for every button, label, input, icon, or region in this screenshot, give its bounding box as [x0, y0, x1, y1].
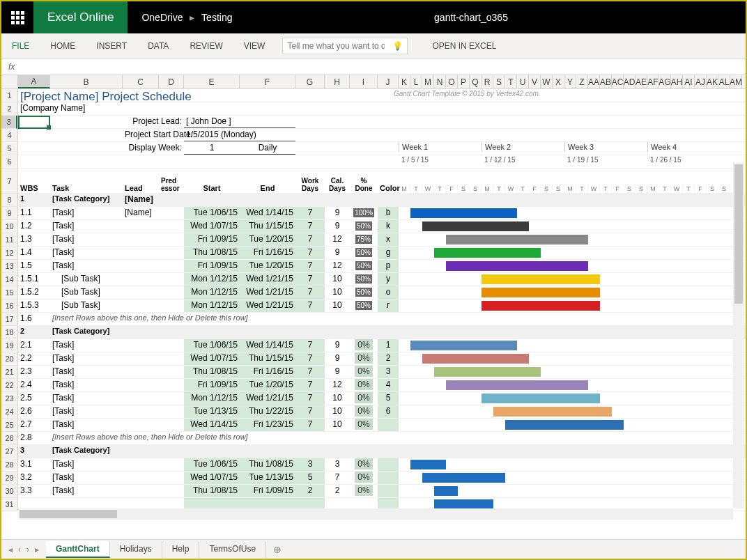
col-header-AM[interactable]: AM: [730, 75, 742, 88]
table-row[interactable]: 1.4[Task]Thu 1/08/15Fri 1/16/157950%g: [18, 247, 746, 260]
table-row[interactable]: 3.3[Task]Thu 1/08/15Fri 1/09/15220%: [18, 485, 746, 498]
table-row[interactable]: 1.6[Insert Rows above this one, then Hid…: [18, 313, 746, 326]
breadcrumb-folder[interactable]: Testing: [201, 12, 232, 23]
sheet-tab-ganttchart[interactable]: GanttChart: [46, 541, 110, 558]
table-row[interactable]: 2.4[Task]Fri 1/09/15Tue 1/20/157120%4: [18, 379, 746, 392]
add-sheet-button[interactable]: ⊕: [266, 544, 288, 555]
col-header-AI[interactable]: AI: [683, 75, 695, 88]
table-row[interactable]: 1.1[Task][Name]Tue 1/06/15Wed 1/14/15791…: [18, 207, 746, 220]
col-header-AD[interactable]: AD: [624, 75, 636, 88]
row-header-7[interactable]: 7: [1, 169, 17, 194]
sheet-nav-next-icon[interactable]: ›: [24, 545, 32, 554]
table-row[interactable]: 2[Task Category]: [18, 326, 746, 339]
row-header-15[interactable]: 15: [1, 286, 17, 300]
tab-home[interactable]: HOME: [40, 33, 86, 58]
table-row[interactable]: 2.1[Task]Tue 1/06/15Wed 1/14/15790%1: [18, 339, 746, 352]
row-header-1[interactable]: 1: [1, 89, 17, 102]
cells-area[interactable]: [Project Name] Project ScheduleGantt Cha…: [18, 89, 746, 511]
row-header-10[interactable]: 10: [1, 220, 17, 233]
formula-bar[interactable]: fx: [1, 59, 746, 75]
table-row[interactable]: 1.5.1 [Sub Task]Mon 1/12/15Wed 1/21/1571…: [18, 273, 746, 286]
table-row[interactable]: 1.5.3 [Sub Task]Mon 1/12/15Wed 1/21/1571…: [18, 300, 746, 313]
col-header-L[interactable]: L: [410, 75, 422, 88]
row-header-28[interactable]: 28: [1, 458, 17, 472]
col-header-U[interactable]: U: [517, 75, 529, 88]
col-header-AJ[interactable]: AJ: [695, 75, 707, 88]
col-header-A[interactable]: A: [18, 75, 50, 88]
tab-insert[interactable]: INSERT: [86, 33, 137, 58]
table-row[interactable]: 3[Task Category]: [18, 445, 746, 458]
col-header-AE[interactable]: AE: [636, 75, 647, 88]
table-row[interactable]: 2.3[Task]Thu 1/08/15Fri 1/16/15790%3: [18, 366, 746, 379]
row-header-22[interactable]: 22: [1, 379, 17, 392]
table-row[interactable]: 2.7[Task]Wed 1/14/15Fri 1/23/157100%: [18, 419, 746, 432]
col-header-G[interactable]: G: [295, 75, 325, 88]
col-header-Z[interactable]: Z: [576, 75, 588, 88]
table-row[interactable]: 3.2[Task]Wed 1/07/15Tue 1/13/15570%: [18, 472, 746, 485]
table-row[interactable]: 2.6[Task]Tue 1/13/15Thu 1/22/157100%6: [18, 405, 746, 419]
col-header-AC[interactable]: AC: [612, 75, 624, 88]
col-header-AG[interactable]: AG: [659, 75, 671, 88]
row-header-8[interactable]: 8: [1, 194, 17, 207]
sheet-tab-termsofuse[interactable]: TermsOfUse: [199, 541, 266, 558]
table-row[interactable]: 2.8[Insert Rows above this one, then Hid…: [18, 432, 746, 445]
row-header-24[interactable]: 24: [1, 405, 17, 419]
col-header-AB[interactable]: AB: [600, 75, 612, 88]
col-header-F[interactable]: F: [240, 75, 295, 88]
row-header-3[interactable]: 3: [1, 116, 17, 129]
select-all-corner[interactable]: [1, 75, 18, 88]
col-header-P[interactable]: P: [458, 75, 470, 88]
table-row[interactable]: 2.2[Task]Wed 1/07/15Thu 1/15/15790%2: [18, 352, 746, 366]
col-header-J[interactable]: J: [378, 75, 399, 88]
row-header-18[interactable]: 18: [1, 326, 17, 339]
open-in-excel-button[interactable]: OPEN IN EXCEL: [422, 33, 507, 58]
col-header-O[interactable]: O: [446, 75, 458, 88]
sheet-tab-help[interactable]: Help: [162, 541, 200, 558]
table-row[interactable]: 1[Task Category][Name]: [18, 194, 746, 207]
row-header-29[interactable]: 29: [1, 472, 17, 485]
col-header-I[interactable]: I: [350, 75, 378, 88]
row-header-26[interactable]: 26: [1, 432, 17, 445]
col-header-AL[interactable]: AL: [718, 75, 730, 88]
tell-me-search[interactable]: 💡: [282, 38, 408, 54]
col-header-AF[interactable]: AF: [647, 75, 659, 88]
row-header-12[interactable]: 12: [1, 247, 17, 260]
col-header-D[interactable]: D: [159, 75, 184, 88]
row-header-9[interactable]: 9: [1, 207, 17, 220]
col-header-M[interactable]: M: [422, 75, 434, 88]
row-header-14[interactable]: 14: [1, 273, 17, 286]
col-header-B[interactable]: B: [50, 75, 123, 88]
horizontal-scrollbar[interactable]: [18, 508, 733, 520]
row-header-16[interactable]: 16: [1, 300, 17, 313]
col-header-AA[interactable]: AA: [588, 75, 600, 88]
row-header-5[interactable]: 5: [1, 142, 17, 155]
row-header-6[interactable]: 6: [1, 155, 17, 169]
col-header-W[interactable]: W: [541, 75, 553, 88]
row-header-23[interactable]: 23: [1, 392, 17, 405]
row-header-30[interactable]: 30: [1, 485, 17, 498]
tab-data[interactable]: DATA: [137, 33, 179, 58]
col-header-Y[interactable]: Y: [564, 75, 576, 88]
row-header-19[interactable]: 19: [1, 339, 17, 352]
row-header-11[interactable]: 11: [1, 233, 17, 247]
sheet-nav-prev-icon[interactable]: ‹: [15, 545, 24, 554]
tab-review[interactable]: REVIEW: [179, 33, 233, 58]
row-header-25[interactable]: 25: [1, 419, 17, 432]
col-header-N[interactable]: N: [434, 75, 446, 88]
table-row[interactable]: 2.5[Task]Mon 1/12/15Wed 1/21/157100%5: [18, 392, 746, 405]
tell-me-input[interactable]: [287, 41, 385, 51]
col-header-V[interactable]: V: [529, 75, 541, 88]
row-header-2[interactable]: 2: [1, 102, 17, 116]
col-header-H[interactable]: H: [325, 75, 350, 88]
table-row[interactable]: 3.1[Task]Tue 1/06/15Thu 1/08/15330%: [18, 458, 746, 472]
sheet-tab-holidays[interactable]: Holidays: [110, 541, 162, 558]
row-header-20[interactable]: 20: [1, 352, 17, 366]
row-header-17[interactable]: 17: [1, 313, 17, 326]
col-header-C[interactable]: C: [123, 75, 159, 88]
sheet-nav-last-icon[interactable]: ▸: [32, 545, 42, 554]
col-header-S[interactable]: S: [493, 75, 505, 88]
col-header-K[interactable]: K: [399, 75, 410, 88]
table-row[interactable]: 1.5[Task]Fri 1/09/15Tue 1/20/1571250%p: [18, 260, 746, 273]
col-header-AH[interactable]: AH: [671, 75, 683, 88]
row-header-21[interactable]: 21: [1, 366, 17, 379]
